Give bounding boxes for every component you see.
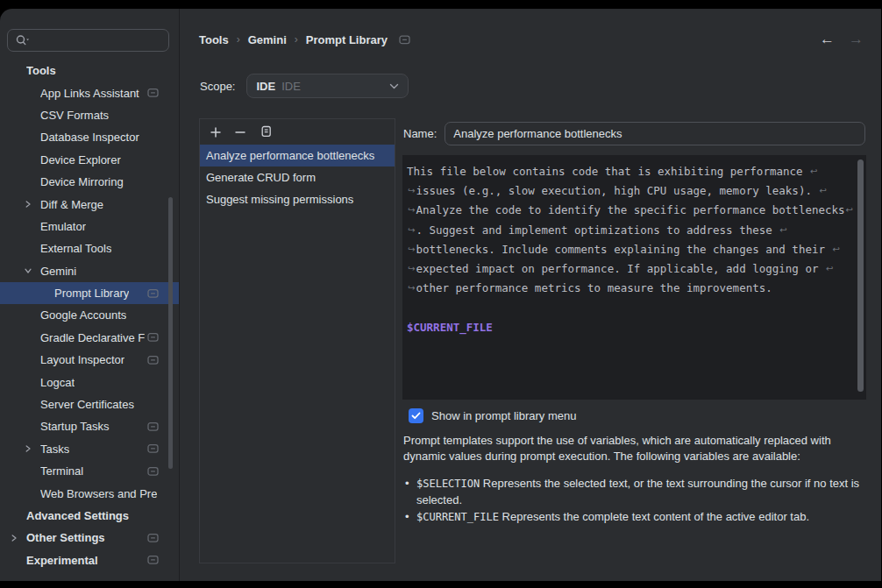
sidebar-item-database-inspector[interactable]: Database Inspector [0,126,179,148]
editor-scrollbar[interactable] [857,159,864,392]
chevron-collapsed-icon[interactable] [25,201,32,209]
sidebar-item-label: Emulator [40,220,86,233]
soft-wrap-icon: ↩ [408,283,415,293]
editor-line: ↩bottlenecks. Include comments explainin… [407,239,863,259]
sidebar-item-label: Device Mirroring [40,175,124,188]
soft-wrap-icon: ↩ [408,244,415,254]
ide-scope-icon [147,288,159,298]
soft-wrap-icon: ↩ [819,186,826,195]
breadcrumb-item-tools[interactable]: Tools [199,33,229,46]
prompt-text-editor[interactable]: This file below contains code that is ex… [402,155,866,400]
sidebar-item-emulator[interactable]: Emulator [0,216,179,237]
chevron-down-icon [389,83,399,89]
sidebar-item-other-settings[interactable]: Other Settings [0,527,179,549]
chevron-expanded-icon[interactable] [25,267,32,274]
editor-line: ↩other performance metrics to measure th… [407,279,863,298]
sidebar-item-server-certificates[interactable]: Server Certificates [0,393,179,415]
sidebar-item-label: Tasks [40,443,69,456]
sidebar-item-tools[interactable]: Tools [0,60,179,81]
soft-wrap-icon: ↩ [833,244,840,254]
prompt-list: Analyze performance bottlenecksGenerate … [200,145,395,210]
settings-content: Tools›Gemini›Prompt Library ← → Scope: I… [180,9,881,581]
editor-line: ↩issues (e.g., slow execution, high CPU … [407,181,863,200]
ide-scope-icon [147,355,159,365]
soft-wrap-icon: ↩ [826,264,833,273]
ide-scope-icon [147,422,159,431]
chevron-collapsed-icon[interactable] [25,445,32,453]
soft-wrap-icon: ↩ [846,205,853,215]
ide-scope-icon [147,89,159,98]
sidebar-item-label: Startup Tasks [40,420,110,433]
forward-arrow-icon[interactable]: → [849,32,864,46]
settings-sidebar: ToolsApp Links AssistantCSV FormatsDatab… [0,9,180,581]
sidebar-item-web-browsers-and-pre[interactable]: Web Browsers and Pre [0,482,179,504]
prompt-list-item-generate-crud-form[interactable]: Generate CRUD form [200,166,395,188]
sidebar-item-advanced-settings[interactable]: Advanced Settings [0,505,179,527]
ide-scope-icon [399,35,410,45]
sidebar-item-diff-merge[interactable]: Diff & Merge [0,193,179,215]
sidebar-item-gradle-declarative-f[interactable]: Gradle Declarative F [0,327,179,349]
prompt-name-input[interactable] [445,122,865,145]
sidebar-item-label: Web Browsers and Pre [40,487,157,500]
scope-selected-value: IDE [256,80,275,93]
sidebar-item-app-links-assistant[interactable]: App Links Assistant [0,81,179,103]
sidebar-item-prompt-library[interactable]: Prompt Library [0,282,179,304]
soft-wrap-icon: ↩ [408,225,415,235]
sidebar-item-startup-tasks[interactable]: Startup Tasks [0,415,179,437]
soft-wrap-icon: ↩ [779,225,786,235]
sidebar-item-label: Server Certificates [40,398,134,411]
breadcrumb-item-prompt-library[interactable]: Prompt Library [306,33,388,46]
scope-dropdown[interactable]: IDE IDE [246,74,409,98]
back-arrow-icon[interactable]: ← [820,32,835,46]
editor-line: $CURRENT_FILE [407,317,863,337]
sidebar-item-label: Google Accounts [40,308,126,322]
sidebar-item-label: Tools [26,64,56,77]
prompt-list-toolbar [200,119,395,145]
history-nav: ← → [820,32,864,46]
scope-row: Scope: IDE IDE [200,74,409,98]
soft-wrap-icon: ↩ [408,264,415,273]
sidebar-item-external-tools[interactable]: External Tools [0,237,179,259]
editor-line: ↩. Suggest and implement optimizations t… [407,220,863,239]
sidebar-item-label: Experimental [26,554,98,567]
sidebar-item-gemini[interactable]: Gemini [0,260,179,282]
sidebar-item-label: Diff & Merge [40,198,103,211]
sidebar-item-device-mirroring[interactable]: Device Mirroring [0,171,179,193]
remove-prompt-button[interactable] [232,124,248,140]
settings-search-field[interactable] [7,29,169,52]
sidebar-item-google-accounts[interactable]: Google Accounts [0,304,179,326]
prompt-list-item-suggest-missing-permissions[interactable]: Suggest missing permissions [200,188,395,210]
add-prompt-button[interactable] [208,124,224,140]
editor-line: ↩expected impact on performance. If appl… [407,259,863,278]
prompt-list-panel: Analyze performance bottlenecksGenerate … [199,118,395,563]
check-icon [411,412,421,420]
ide-scope-icon [147,533,159,542]
soft-wrap-icon: ↩ [408,205,415,215]
sidebar-item-label: External Tools [40,242,111,255]
show-in-menu-checkbox[interactable] [409,408,423,423]
breadcrumb-item-gemini[interactable]: Gemini [248,33,287,46]
sidebar-item-label: Prompt Library [54,287,129,300]
chevron-collapsed-icon[interactable] [11,534,18,542]
sidebar-item-label: Logcat [40,376,75,389]
prompt-list-item-analyze-performance-bottlenecks[interactable]: Analyze performance bottlenecks [200,145,395,166]
sidebar-item-experimental[interactable]: Experimental [0,549,179,571]
breadcrumb-separator: › [295,33,298,46]
sidebar-item-tasks[interactable]: Tasks [0,438,179,460]
search-input[interactable] [32,33,190,48]
sidebar-item-layout-inspector[interactable]: Layout Inspector [0,349,179,371]
sidebar-item-terminal[interactable]: Terminal [0,460,179,482]
editor-line: ↩Analyze the code to identify the specif… [407,201,863,220]
sidebar-item-csv-formats[interactable]: CSV Formats [0,104,179,126]
editor-line [407,298,863,317]
copy-prompt-button[interactable] [257,124,273,140]
sidebar-item-logcat[interactable]: Logcat [0,371,179,393]
scope-label: Scope: [200,80,235,93]
breadcrumb-separator: › [237,33,240,46]
sidebar-scrollbar[interactable] [168,197,173,469]
show-in-menu-label: Show in prompt library menu [431,409,576,422]
ide-scope-icon [147,556,159,565]
sidebar-item-label: App Links Assistant [40,87,139,100]
sidebar-item-label: Device Explorer [40,153,121,166]
sidebar-item-device-explorer[interactable]: Device Explorer [0,149,179,171]
